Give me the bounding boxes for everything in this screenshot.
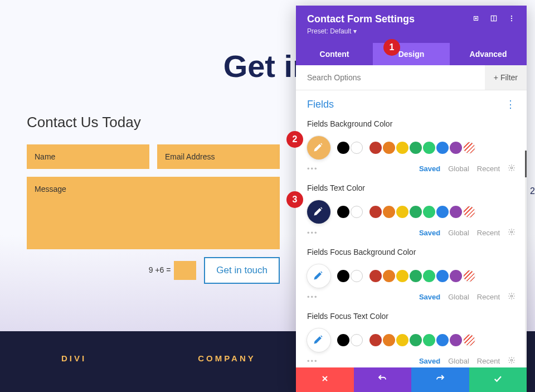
svg-point-8 (510, 231, 513, 233)
search-input[interactable] (296, 65, 485, 90)
color-picker-button[interactable] (307, 136, 330, 159)
columns-icon[interactable] (490, 14, 498, 25)
redo-icon (435, 374, 445, 386)
email-field[interactable] (157, 144, 280, 169)
swatch-color[interactable] (450, 142, 462, 154)
swatch-color[interactable] (396, 334, 408, 346)
global-tab[interactable]: Global (448, 164, 469, 173)
swatch-color[interactable] (383, 270, 395, 282)
swatch-color[interactable] (369, 270, 382, 282)
gear-icon[interactable] (508, 228, 515, 238)
gear-icon[interactable] (508, 356, 515, 366)
saved-tab[interactable]: Saved (419, 164, 440, 173)
swatch-color[interactable] (436, 206, 449, 218)
redo-button[interactable] (411, 367, 469, 392)
panel-header: Contact Form Settings Preset: Default ▾ (296, 6, 527, 43)
option-label: Fields Background Color (307, 119, 515, 128)
more-icon[interactable]: ••• (307, 357, 318, 365)
kebab-icon[interactable] (508, 14, 515, 25)
global-tab[interactable]: Global (448, 229, 469, 237)
check-icon (493, 374, 503, 386)
swatch-color[interactable] (410, 270, 422, 282)
panel-tabs: Content Design Advanced (296, 43, 527, 65)
option-label: Fields Text Color (307, 183, 515, 192)
recent-tab[interactable]: Recent (477, 293, 500, 301)
form-title: Contact Us Today (27, 114, 280, 131)
more-icon[interactable]: ••• (307, 293, 318, 301)
saved-tab[interactable]: Saved (419, 293, 440, 301)
captcha-input[interactable] (174, 261, 196, 280)
option-label: Fields Focus Text Color (307, 312, 515, 321)
expand-icon[interactable] (472, 14, 480, 25)
swatch-color[interactable] (423, 206, 435, 218)
cancel-button[interactable] (296, 367, 354, 392)
swatch-black[interactable] (337, 270, 349, 282)
eyedropper-icon (314, 142, 324, 154)
swatch-black[interactable] (337, 334, 349, 346)
swatch-white[interactable] (351, 270, 363, 282)
section-kebab-icon[interactable]: ⋮ (505, 98, 515, 110)
swatch-none[interactable] (463, 334, 475, 346)
undo-button[interactable] (354, 367, 412, 392)
preset-dropdown[interactable]: Preset: Default ▾ (307, 27, 515, 35)
save-button[interactable] (469, 367, 527, 392)
swatch-color[interactable] (396, 206, 408, 218)
swatch-color[interactable] (450, 206, 462, 218)
recent-tab[interactable]: Recent (477, 164, 500, 173)
section-title-fields[interactable]: Fields (307, 99, 334, 110)
submit-button[interactable]: Get in touch (204, 257, 280, 284)
tab-advanced[interactable]: Advanced (450, 43, 527, 65)
swatch-color[interactable] (410, 142, 422, 154)
swatch-black[interactable] (337, 206, 349, 218)
swatch-color[interactable] (423, 270, 435, 282)
eyedropper-icon (314, 270, 324, 282)
swatch-black[interactable] (337, 142, 349, 154)
swatch-color[interactable] (450, 334, 462, 346)
swatch-color[interactable] (410, 334, 422, 346)
recent-tab[interactable]: Recent (477, 229, 500, 237)
swatch-color[interactable] (436, 270, 449, 282)
color-picker-button[interactable] (307, 328, 330, 352)
swatch-white[interactable] (351, 142, 363, 154)
gear-icon[interactable] (508, 292, 515, 302)
swatch-color[interactable] (369, 206, 382, 218)
global-tab[interactable]: Global (448, 357, 469, 365)
swatch-color[interactable] (396, 142, 408, 154)
swatch-color[interactable] (423, 334, 435, 346)
callout-2: 2 (286, 131, 303, 148)
undo-icon (377, 374, 387, 386)
color-picker-button[interactable] (307, 264, 330, 288)
swatch-color[interactable] (396, 270, 408, 282)
swatch-none[interactable] (463, 270, 475, 282)
message-field[interactable] (27, 177, 280, 249)
saved-tab[interactable]: Saved (419, 229, 440, 237)
tab-content[interactable]: Content (296, 43, 373, 65)
svg-point-9 (510, 295, 513, 297)
recent-tab[interactable]: Recent (477, 357, 500, 365)
swatch-color[interactable] (423, 142, 435, 154)
swatch-color[interactable] (436, 142, 449, 154)
swatch-color[interactable] (369, 334, 382, 346)
svg-point-6 (511, 20, 512, 21)
swatch-white[interactable] (351, 334, 363, 346)
global-tab[interactable]: Global (448, 293, 469, 301)
swatch-color[interactable] (369, 142, 382, 154)
scrollbar[interactable] (525, 151, 527, 367)
swatch-color[interactable] (410, 206, 422, 218)
name-field[interactable] (27, 144, 149, 169)
gear-icon[interactable] (508, 164, 515, 173)
swatch-none[interactable] (463, 142, 475, 154)
color-picker-button[interactable] (307, 200, 330, 224)
saved-tab[interactable]: Saved (419, 357, 440, 365)
swatch-white[interactable] (351, 206, 363, 218)
swatch-color[interactable] (383, 334, 395, 346)
swatch-color[interactable] (450, 270, 462, 282)
close-icon (320, 374, 329, 385)
swatch-none[interactable] (463, 206, 475, 218)
swatch-color[interactable] (383, 142, 395, 154)
swatch-color[interactable] (383, 206, 395, 218)
swatch-color[interactable] (436, 334, 449, 346)
more-icon[interactable]: ••• (307, 164, 318, 173)
more-icon[interactable]: ••• (307, 229, 318, 237)
filter-button[interactable]: + Filter (485, 65, 527, 90)
